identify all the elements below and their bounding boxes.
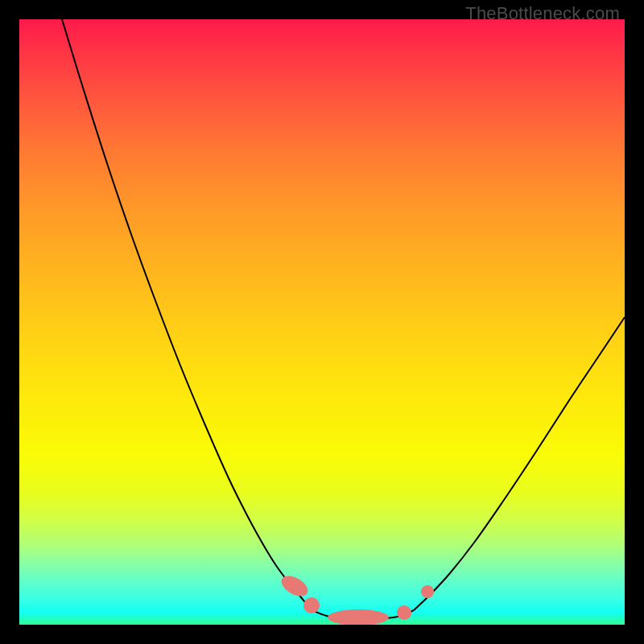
watermark-text: TheBottleneck.com	[465, 3, 620, 24]
marker-dot	[421, 585, 434, 598]
curve-left-branch	[62, 19, 312, 610]
curve-right-branch	[414, 317, 625, 610]
chart-frame: TheBottleneck.com	[0, 0, 644, 644]
marker-pill	[328, 609, 389, 625]
marker-dot	[303, 597, 320, 613]
plot-area	[19, 19, 625, 625]
marker-dot	[397, 605, 411, 620]
curve-group	[62, 19, 625, 619]
chart-svg	[19, 19, 625, 625]
